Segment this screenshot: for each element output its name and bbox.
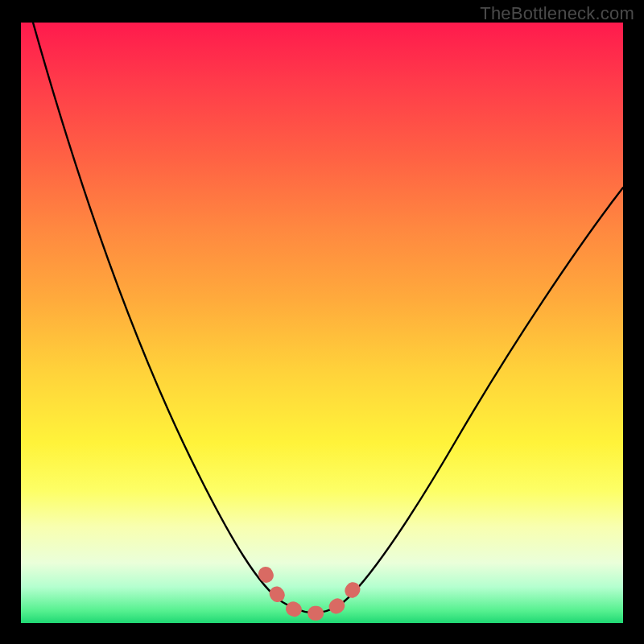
- bottleneck-curve-svg: [21, 23, 623, 623]
- bottleneck-curve-path: [33, 23, 623, 613]
- plot-area: [21, 23, 623, 623]
- watermark-text: TheBottleneck.com: [480, 3, 634, 24]
- highlight-bottom-segment: [266, 574, 359, 613]
- chart-frame: TheBottleneck.com: [0, 0, 644, 644]
